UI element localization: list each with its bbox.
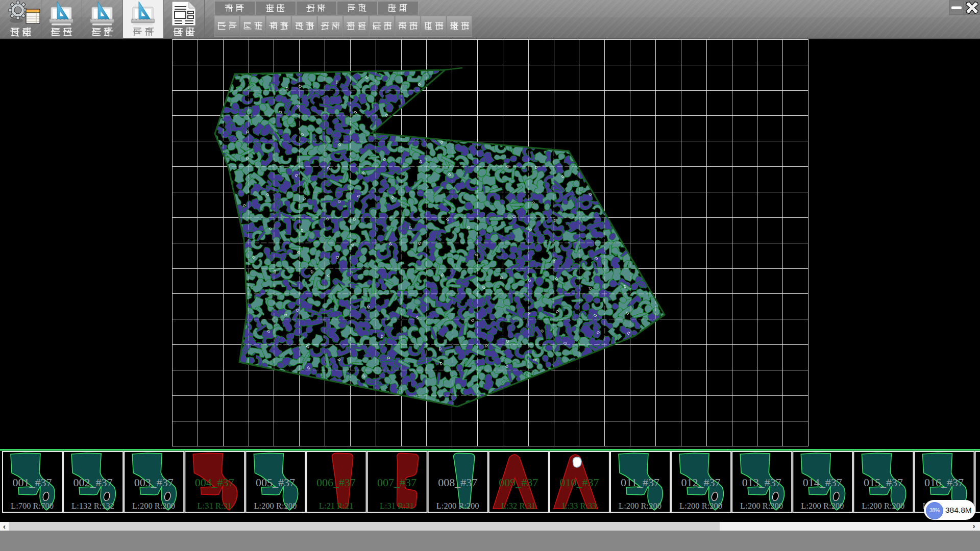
svg-text:L:200 R:200: L:200 R:200 [254,501,297,511]
svg-text:L:31 R:31: L:31 R:31 [198,501,232,511]
svg-text:L:200 R:200: L:200 R:200 [740,501,783,511]
svg-text:011_#37: 011_#37 [621,476,659,489]
svg-text:002_#37: 002_#37 [74,476,113,489]
svg-text:L:200 R:200: L:200 R:200 [436,501,479,511]
svg-text:007_#37: 007_#37 [377,476,416,489]
svg-text:L:21 R:21: L:21 R:21 [319,501,353,511]
svg-text:013_#37: 013_#37 [742,476,781,489]
svg-text:009_#37: 009_#37 [499,476,538,489]
svg-text:L:33 R:33: L:33 R:33 [562,501,596,511]
svg-text:L:32 R:31: L:32 R:31 [501,501,535,511]
svg-text:L:200 R:200: L:200 R:200 [679,501,722,511]
svg-text:L:200 R:200: L:200 R:200 [801,501,844,511]
svg-text:010_#37: 010_#37 [559,476,599,489]
svg-text:001_#37: 001_#37 [13,476,52,489]
svg-text:016_#37: 016_#37 [924,476,964,489]
svg-text:004_#37: 004_#37 [195,476,234,489]
svg-text:015_#37: 015_#37 [864,476,903,489]
svg-text:003_#37: 003_#37 [134,476,174,489]
svg-text:008_#37: 008_#37 [438,476,477,489]
svg-text:L:200 R:200: L:200 R:200 [862,501,904,511]
svg-text:L:31 R:31: L:31 R:31 [380,501,414,511]
svg-text:L:200 R:200: L:200 R:200 [619,501,662,511]
svg-text:L:700 R:700: L:700 R:700 [11,501,54,511]
svg-text:005_#37: 005_#37 [256,476,295,489]
svg-text:L:200 R:200: L:200 R:200 [132,501,175,511]
svg-text:012_#37: 012_#37 [681,476,721,489]
svg-text:006_#37: 006_#37 [316,476,356,489]
svg-text:L:132 R:132: L:132 R:132 [71,501,114,511]
svg-text:014_#37: 014_#37 [803,476,842,489]
